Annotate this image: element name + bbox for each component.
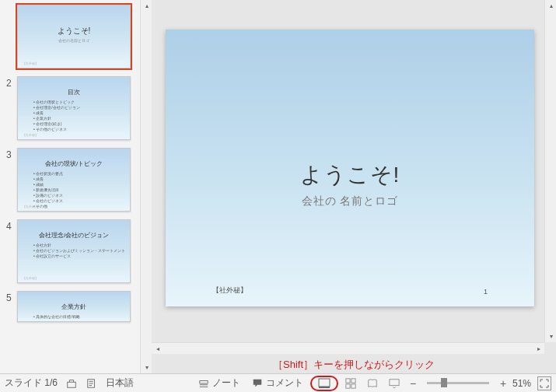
slide-page-number: 1 bbox=[484, 288, 488, 296]
normal-view-button[interactable] bbox=[310, 376, 338, 391]
comments-button[interactable]: コメント bbox=[247, 375, 307, 391]
scroll-up-icon[interactable]: ▴ bbox=[141, 0, 152, 12]
scroll-down-icon[interactable]: ▾ bbox=[545, 331, 556, 342]
thumbnail-slide-2[interactable]: 目次 会社の現状とトピック 会社理念/会社のビジョン 成長 企業方針 会社理念(… bbox=[17, 76, 131, 140]
thumbnail-number bbox=[0, 5, 17, 6]
thumbnail-list: ようこそ! 会社の名前とロゴ 【社外秘】 2 目次 会社の現状とトピック 会社理… bbox=[0, 0, 140, 373]
notes-button[interactable]: ノート bbox=[194, 375, 244, 391]
slide-sorter-view-button[interactable] bbox=[341, 376, 360, 391]
thumbnail-number: 2 bbox=[0, 76, 17, 89]
zoom-percentage[interactable]: 51% bbox=[512, 378, 531, 389]
fit-to-window-button[interactable] bbox=[537, 376, 551, 390]
notes-icon bbox=[198, 377, 210, 390]
thumbnail-row[interactable]: 4 会社理念/会社のビジョン 会社方針 会社のビジョンおよびミッション・ステート… bbox=[0, 219, 140, 283]
thumbnail-number: 5 bbox=[0, 291, 17, 303]
accessibility-icon[interactable] bbox=[65, 377, 78, 390]
zoom-in-button[interactable]: + bbox=[497, 377, 509, 390]
thumbnail-scrollbar[interactable]: ▴ ▾ bbox=[140, 0, 152, 373]
svg-rect-5 bbox=[351, 378, 355, 382]
thumbnail-row[interactable]: 2 目次 会社の現状とトピック 会社理念/会社のビジョン 成長 企業方針 会社理… bbox=[0, 76, 140, 140]
zoom-slider-thumb[interactable] bbox=[441, 378, 447, 387]
editor-vertical-scrollbar[interactable]: ▴ ▾ bbox=[544, 0, 556, 342]
thumbnail-slide-3[interactable]: 会社の現状/トピック 会社状況の要点 成長 成績 新規優先項目 設備のビジネス … bbox=[17, 148, 131, 212]
slide-subtitle[interactable]: 会社の 名前とロゴ bbox=[166, 194, 534, 208]
thumbnail-number: 4 bbox=[0, 219, 17, 232]
thumbnail-row[interactable]: ようこそ! 会社の名前とロゴ 【社外秘】 bbox=[0, 5, 140, 68]
scroll-down-icon[interactable]: ▾ bbox=[141, 362, 152, 373]
status-bar: スライド 1/6 日本語 ノート コメント bbox=[0, 373, 556, 392]
slide-editor: ようこそ! 会社の 名前とロゴ 【社外秘】 1 ▴ ▾ ◂ ▸ ［Shift］キ… bbox=[152, 0, 556, 373]
slide-canvas[interactable]: ようこそ! 会社の 名前とロゴ 【社外秘】 1 bbox=[166, 30, 534, 306]
zoom-out-button[interactable]: − bbox=[407, 377, 419, 390]
thumbnail-slide-1[interactable]: ようこそ! 会社の名前とロゴ 【社外秘】 bbox=[17, 5, 131, 68]
spellcheck-icon[interactable] bbox=[86, 377, 98, 390]
scroll-right-icon[interactable]: ▸ bbox=[533, 343, 544, 355]
editor-horizontal-scrollbar[interactable]: ◂ ▸ bbox=[152, 342, 544, 354]
svg-rect-6 bbox=[346, 383, 350, 387]
thumbnail-slide-5[interactable]: 企業方針 具体的な会社の目標/戦略 bbox=[17, 291, 131, 322]
thumbnail-slide-4[interactable]: 会社理念/会社のビジョン 会社方針 会社のビジョンおよびミッション・ステートメン… bbox=[17, 219, 131, 283]
thumbnail-panel: ようこそ! 会社の名前とロゴ 【社外秘】 2 目次 会社の現状とトピック 会社理… bbox=[0, 0, 152, 373]
scroll-left-icon[interactable]: ◂ bbox=[152, 343, 163, 355]
thumbnail-row[interactable]: 5 企業方針 具体的な会社の目標/戦略 bbox=[0, 291, 140, 322]
scroll-up-icon[interactable]: ▴ bbox=[545, 0, 556, 12]
slide-footer-left: 【社外秘】 bbox=[212, 285, 247, 296]
thumbnail-row[interactable]: 3 会社の現状/トピック 会社状況の要点 成長 成績 新規優先項目 設備のビジネ… bbox=[0, 148, 140, 212]
zoom-slider[interactable] bbox=[427, 382, 489, 384]
slideshow-view-button[interactable] bbox=[385, 376, 404, 391]
comment-icon bbox=[251, 377, 264, 390]
slide-title[interactable]: ようこそ! bbox=[166, 160, 534, 190]
reading-view-button[interactable] bbox=[363, 376, 382, 391]
language-indicator[interactable]: 日本語 bbox=[106, 376, 134, 390]
svg-rect-3 bbox=[319, 387, 330, 388]
svg-rect-8 bbox=[390, 379, 399, 385]
svg-rect-4 bbox=[346, 378, 350, 382]
thumbnail-number: 3 bbox=[0, 148, 17, 160]
svg-rect-0 bbox=[68, 382, 76, 387]
instruction-annotation: ［Shift］キーを押しながらクリック bbox=[273, 358, 435, 372]
slide-counter[interactable]: スライド 1/6 bbox=[5, 376, 58, 390]
svg-rect-2 bbox=[319, 379, 330, 387]
svg-rect-7 bbox=[351, 383, 355, 387]
